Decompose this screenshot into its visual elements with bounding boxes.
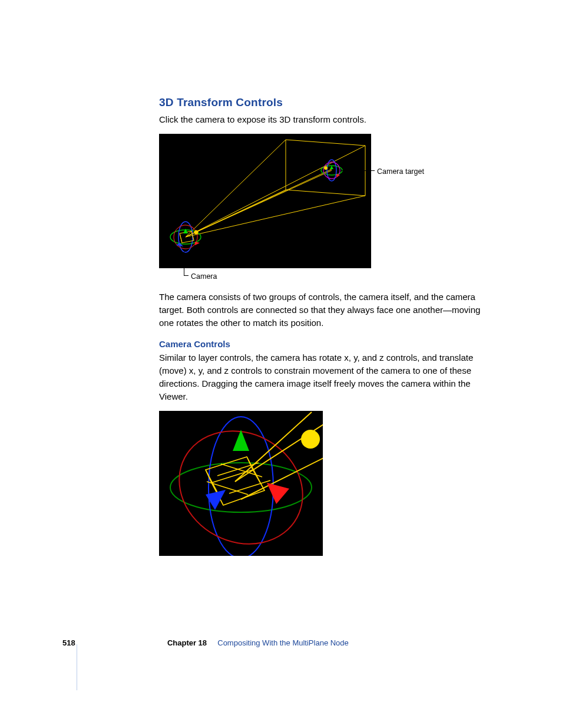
leader-line [184,275,189,276]
figure-2 [159,411,323,556]
svg-marker-4 [330,166,333,169]
sub-heading: Camera Controls [159,338,497,351]
svg-marker-11 [195,242,200,245]
after-figure-text: The camera consists of two groups of con… [159,291,497,329]
svg-point-9 [194,230,199,235]
figure-1-wrap: Camera target Camera [159,134,495,268]
intro-text: Click the camera to expose its 3D transf… [159,113,497,126]
figure-label-camera-target: Camera target [377,166,424,177]
leader-line [342,170,375,171]
sub-body-text: Similar to layer controls, the camera ha… [159,351,497,403]
chapter-label: Chapter 18 [167,638,207,649]
section-heading: 3D Transform Controls [159,94,497,111]
page-footer: 518 Chapter 18 Compositing With the Mult… [0,636,562,649]
svg-point-19 [301,430,320,449]
figure-label-camera: Camera [191,271,217,282]
figure-1 [159,134,371,268]
chapter-title: Compositing With the MultiPlane Node [217,638,349,649]
page-number: 518 [62,638,75,649]
svg-marker-17 [267,483,289,504]
footer-rule [77,644,77,690]
svg-point-3 [324,166,328,170]
leader-line [184,252,184,275]
svg-marker-10 [183,229,188,233]
